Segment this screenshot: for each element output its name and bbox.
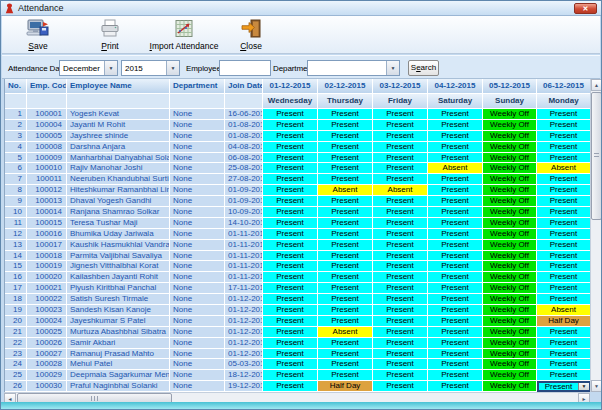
attendance-cell[interactable]: Present: [373, 120, 428, 131]
column-header-date-5[interactable]: 05-12-2015: [483, 79, 537, 94]
attendance-cell[interactable]: Present: [537, 196, 590, 207]
department-cell[interactable]: None: [170, 261, 225, 272]
attendance-cell[interactable]: Present: [318, 120, 373, 131]
employee-name-cell[interactable]: Jayeshkumar S Patel: [67, 316, 170, 327]
join-date-cell[interactable]: 01-12-2014: [225, 316, 263, 327]
attendance-cell[interactable]: Present: [318, 174, 373, 185]
employee-name-cell[interactable]: Manharbhai Dahyabhai Solanki: [67, 153, 170, 164]
row-number[interactable]: 20: [5, 316, 27, 327]
row-number[interactable]: 26: [5, 381, 27, 392]
row-number[interactable]: 13: [5, 240, 27, 251]
attendance-cell[interactable]: Weekly Off: [483, 196, 537, 207]
row-number[interactable]: 14: [5, 251, 27, 262]
attendance-cell[interactable]: Present: [318, 316, 373, 327]
emp-code-cell[interactable]: 100021: [27, 283, 67, 294]
emp-code-cell[interactable]: 100014: [27, 207, 67, 218]
attendance-cell[interactable]: Present: [428, 218, 483, 229]
attendance-cell[interactable]: Present: [318, 251, 373, 262]
row-number[interactable]: 4: [5, 142, 27, 153]
attendance-cell[interactable]: Present: [318, 283, 373, 294]
attendance-cell[interactable]: Present: [263, 207, 318, 218]
attendance-cell[interactable]: Present: [318, 229, 373, 240]
row-number[interactable]: 17: [5, 283, 27, 294]
department-cell[interactable]: None: [170, 294, 225, 305]
emp-code-cell[interactable]: 100023: [27, 305, 67, 316]
row-number[interactable]: 12: [5, 229, 27, 240]
attendance-cell[interactable]: Absent: [428, 163, 483, 174]
attendance-cell[interactable]: Weekly Off: [483, 218, 537, 229]
row-number[interactable]: 21: [5, 327, 27, 338]
attendance-cell[interactable]: Present: [373, 207, 428, 218]
attendance-cell[interactable]: Present: [373, 338, 428, 349]
attendance-cell[interactable]: Weekly Off: [483, 185, 537, 196]
department-cell[interactable]: None: [170, 381, 225, 392]
attendance-cell[interactable]: Present: [373, 359, 428, 370]
employee-name-cell[interactable]: Hiteshkumar Ramanbhai Limbachi: [67, 185, 170, 196]
employee-name-cell[interactable]: Sandesh Kisan Kanoje: [67, 305, 170, 316]
attendance-cell[interactable]: Present: [373, 153, 428, 164]
department-cell[interactable]: None: [170, 163, 225, 174]
attendance-cell[interactable]: Present: [318, 261, 373, 272]
join-date-cell[interactable]: 01-11-2014: [225, 240, 263, 251]
emp-code-cell[interactable]: 100008: [27, 142, 67, 153]
attendance-cell[interactable]: Present: [318, 272, 373, 283]
attendance-cell[interactable]: Present: [537, 327, 590, 338]
attendance-cell[interactable]: Present: [428, 283, 483, 294]
department-cell[interactable]: None: [170, 153, 225, 164]
attendance-cell[interactable]: Present: [428, 240, 483, 251]
row-number[interactable]: 22: [5, 338, 27, 349]
column-header-join-date[interactable]: Join Date: [225, 79, 263, 94]
attendance-cell[interactable]: Weekly Off: [483, 359, 537, 370]
emp-code-cell[interactable]: 100025: [27, 327, 67, 338]
attendance-cell[interactable]: Weekly Off: [483, 120, 537, 131]
emp-code-cell[interactable]: 100029: [27, 370, 67, 381]
attendance-cell[interactable]: Present: [263, 251, 318, 262]
attendance-cell[interactable]: Half Day: [318, 381, 373, 392]
employee-name-cell[interactable]: Yogesh Kevat: [67, 109, 170, 120]
attendance-cell[interactable]: Present: [428, 305, 483, 316]
department-cell[interactable]: None: [170, 120, 225, 131]
row-number[interactable]: 9: [5, 196, 27, 207]
import-attendance-button[interactable]: Import Attendance: [148, 18, 220, 52]
attendance-cell[interactable]: Absent: [537, 305, 590, 316]
attendance-cell[interactable]: Weekly Off: [483, 338, 537, 349]
attendance-cell[interactable]: Absent: [318, 327, 373, 338]
department-cell[interactable]: None: [170, 338, 225, 349]
attendance-cell[interactable]: Present: [537, 272, 590, 283]
attendance-cell[interactable]: Present: [428, 185, 483, 196]
row-number[interactable]: 3: [5, 131, 27, 142]
attendance-cell[interactable]: Present: [318, 142, 373, 153]
attendance-cell[interactable]: Present: [428, 120, 483, 131]
attendance-cell[interactable]: Present: [263, 349, 318, 360]
search-button[interactable]: Search: [408, 60, 439, 76]
join-date-cell[interactable]: 01-08-2014: [225, 131, 263, 142]
emp-code-cell[interactable]: 100009: [27, 153, 67, 164]
attendance-cell[interactable]: Present: [263, 359, 318, 370]
attendance-cell[interactable]: Present: [318, 218, 373, 229]
attendance-cell[interactable]: Present: [537, 370, 590, 381]
attendance-cell[interactable]: Present: [263, 283, 318, 294]
row-number[interactable]: 10: [5, 207, 27, 218]
attendance-cell[interactable]: Present: [373, 196, 428, 207]
employee-name-cell[interactable]: Ramanuj Prasad Mahto: [67, 349, 170, 360]
row-number[interactable]: 15: [5, 261, 27, 272]
row-number[interactable]: 18: [5, 294, 27, 305]
chevron-down-icon[interactable]: ▼: [104, 61, 117, 75]
employee-name-cell[interactable]: Mehul Patel: [67, 359, 170, 370]
attendance-cell[interactable]: Present: [373, 305, 428, 316]
attendance-cell[interactable]: Present: [373, 316, 428, 327]
emp-code-cell[interactable]: 100027: [27, 349, 67, 360]
join-date-cell[interactable]: 01-12-2014: [225, 294, 263, 305]
vertical-scrollbar[interactable]: ▲ ▼: [590, 79, 602, 392]
employee-name-cell[interactable]: Parmita Valjibhai Savaliya: [67, 251, 170, 262]
attendance-cell[interactable]: Present: [428, 251, 483, 262]
attendance-cell[interactable]: Present: [428, 196, 483, 207]
join-date-cell[interactable]: 01-11-2014: [225, 272, 263, 283]
attendance-cell[interactable]: Weekly Off: [483, 272, 537, 283]
row-number[interactable]: 7: [5, 174, 27, 185]
attendance-cell[interactable]: Weekly Off: [483, 261, 537, 272]
emp-code-cell[interactable]: 100020: [27, 272, 67, 283]
emp-code-cell[interactable]: 100012: [27, 185, 67, 196]
attendance-cell[interactable]: Present: [373, 142, 428, 153]
column-header-emp-code[interactable]: Emp. Code: [27, 79, 67, 94]
